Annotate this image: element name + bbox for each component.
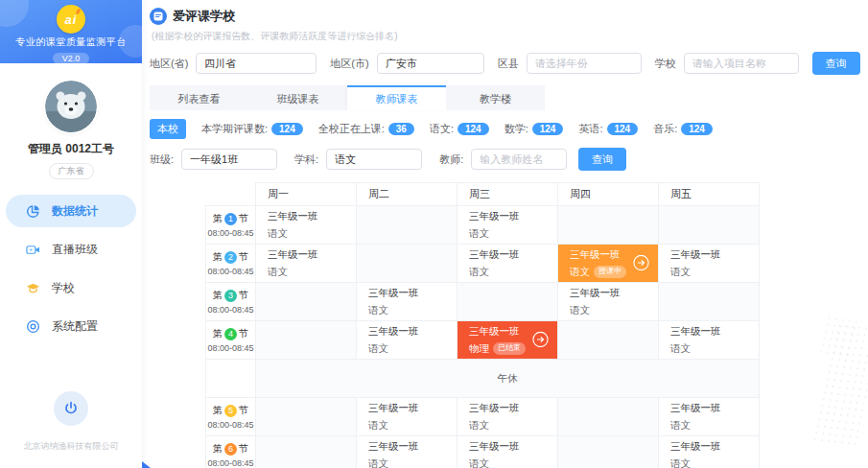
logo-text: ai xyxy=(65,12,78,27)
teacher-label: 教师: xyxy=(439,152,463,167)
teacher-input[interactable] xyxy=(471,149,567,170)
lunch-break-band: 午休 xyxy=(256,360,760,398)
sidebar-item-label: 系统配置 xyxy=(52,318,98,335)
period-prefix: 第 xyxy=(213,404,223,417)
enter-class-arrow-icon[interactable] xyxy=(532,331,549,349)
period-4: 第4节 08:00-08:45 xyxy=(206,321,256,360)
period-number-badge: 6 xyxy=(224,443,237,456)
sidebar-header: ai 专业的课堂质量监测平台 V2.0 xyxy=(0,0,142,63)
period-6: 第6节 08:00-08:45 xyxy=(206,436,256,468)
city-label: 地区(市) xyxy=(330,57,368,71)
school-input[interactable] xyxy=(684,53,799,74)
lesson-cell: 三年级一班语文 xyxy=(558,283,659,321)
period-suffix: 节 xyxy=(239,250,248,264)
stat-label: 本学期评课数: xyxy=(201,122,268,136)
stat-label: 语文: xyxy=(430,122,454,136)
period-number-badge: 2 xyxy=(224,251,237,264)
empty-cell xyxy=(256,398,357,436)
city-input[interactable] xyxy=(377,53,484,74)
timetable-row: 第2节 08:00-08:45 三年级一班语文 三年级一班语文 三年级一班 语文… xyxy=(206,245,760,283)
lesson-cell: 三年级一班语文 xyxy=(357,321,457,360)
enter-class-arrow-icon[interactable] xyxy=(633,254,649,272)
day-header-friday: 周五 xyxy=(659,183,760,206)
lesson-cell: 三年级一班语文 xyxy=(357,398,457,436)
day-header-wednesday: 周三 xyxy=(457,183,558,206)
period-time: 08:00-08:45 xyxy=(206,267,255,276)
empty-cell xyxy=(256,436,357,468)
settings-target-icon xyxy=(25,318,40,334)
lesson-cell: 三年级一班语文 xyxy=(659,245,760,283)
logo-accent xyxy=(76,9,81,15)
school-label: 学校 xyxy=(655,57,676,71)
stats-bar: 本校 本学期评课数: 124 全校正在上课: 36 语文: 124 数学: 12… xyxy=(150,119,868,139)
logout-power-button[interactable] xyxy=(54,391,88,426)
sidebar: ai 专业的课堂质量监测平台 V2.0 管理员 0012工号 广东省 xyxy=(0,0,142,468)
lesson-cell: 三年级一班语文 xyxy=(256,245,357,283)
user-name: 管理员 0012工号 xyxy=(0,141,142,157)
tab-class-timetable[interactable]: 班级课表 xyxy=(248,85,347,110)
school-report-icon xyxy=(150,8,167,25)
stat-label: 数学: xyxy=(504,122,528,136)
class-select[interactable] xyxy=(181,149,277,170)
lesson-cell: 三年级一班语文 xyxy=(457,436,558,468)
corner-decoration xyxy=(142,461,151,468)
empty-cell xyxy=(558,398,659,436)
lesson-cell: 三年级一班语文 xyxy=(659,398,760,436)
empty-cell xyxy=(558,206,659,245)
sidebar-item-system-config[interactable]: 系统配置 xyxy=(6,310,136,342)
lesson-cell-in-progress[interactable]: 三年级一班 语文授课中 xyxy=(558,245,659,283)
period-column-header xyxy=(206,183,256,206)
day-header-monday: 周一 xyxy=(256,183,357,206)
tab-teaching-building[interactable]: 教学楼 xyxy=(446,85,545,110)
period-time: 08:00-08:45 xyxy=(206,343,255,353)
avatar xyxy=(45,81,97,132)
sidebar-item-label: 学校 xyxy=(52,280,75,296)
user-region-badge: 广东省 xyxy=(49,163,94,179)
period-prefix: 第 xyxy=(213,250,223,264)
class-label: 班级: xyxy=(150,152,174,167)
period-2: 第2节 08:00-08:45 xyxy=(206,245,256,283)
period-suffix: 节 xyxy=(239,212,248,225)
lesson-cell: 三年级一班语文 xyxy=(357,283,457,321)
sidebar-item-data-statistics[interactable]: 数据统计 xyxy=(6,195,136,227)
lesson-cell: 三年级一班语文 xyxy=(457,398,558,436)
stat-value-badge: 124 xyxy=(271,123,303,135)
lesson-cell-ended[interactable]: 三年级一班 物理已结束 xyxy=(457,321,558,360)
subject-label: 学科: xyxy=(294,152,318,167)
stat-label: 英语: xyxy=(578,122,602,136)
polar-bear-photo xyxy=(45,81,97,132)
sidebar-item-live-classes[interactable]: 直播班级 xyxy=(6,233,136,266)
top-filter-bar: 地区(省) 地区(市) 区县 学校 查询 xyxy=(150,52,868,75)
lesson-cell: 三年级一班语文 xyxy=(457,206,558,245)
this-school-button[interactable]: 本校 xyxy=(150,119,186,139)
sidebar-item-label: 直播班级 xyxy=(52,242,98,258)
stat-value-badge: 124 xyxy=(607,123,639,135)
page-title: 爱评课学校 xyxy=(173,8,235,25)
period-time: 08:00-08:45 xyxy=(206,458,255,468)
timetable-filter-bar: 班级: 学科: 教师: 查询 xyxy=(150,148,868,171)
tab-list-view[interactable]: 列表查看 xyxy=(150,85,248,110)
period-suffix: 节 xyxy=(239,327,248,340)
empty-cell xyxy=(256,321,357,360)
timetable-row: 第6节 08:00-08:45 三年级一班语文 三年级一班语文 三年级一班语文 xyxy=(206,436,760,468)
day-header-thursday: 周四 xyxy=(558,183,659,206)
period-number-badge: 3 xyxy=(224,290,237,302)
timetable-row: 第3节 08:00-08:45 三年级一班语文 三年级一班语文 xyxy=(206,283,760,321)
video-camera-icon xyxy=(25,242,40,257)
lesson-cell: 三年级一班语文 xyxy=(457,245,558,283)
subject-select[interactable] xyxy=(326,149,422,170)
stat-in-class-now: 全校正在上课: 36 xyxy=(318,122,414,136)
lunch-period-spacer xyxy=(206,360,256,398)
tab-teacher-timetable[interactable]: 教师课表 xyxy=(347,85,446,110)
county-select[interactable] xyxy=(527,53,642,74)
top-search-button[interactable]: 查询 xyxy=(812,52,860,75)
timetable-search-button[interactable]: 查询 xyxy=(578,148,626,171)
stat-label: 全校正在上课: xyxy=(318,122,385,136)
sidebar-item-label: 数据统计 xyxy=(52,203,98,220)
sidebar-item-schools[interactable]: 学校 xyxy=(6,271,136,304)
empty-cell xyxy=(659,206,760,245)
province-input[interactable] xyxy=(196,53,317,74)
timetable-row: 第1节 08:00-08:45 三年级一班语文 三年级一班语文 xyxy=(206,206,760,245)
period-1: 第1节 08:00-08:45 xyxy=(206,206,256,245)
main-content: 爱评课学校 (根据学校的评课报告数、评课教师活跃度等进行综合排名) 地区(省) … xyxy=(142,0,868,468)
